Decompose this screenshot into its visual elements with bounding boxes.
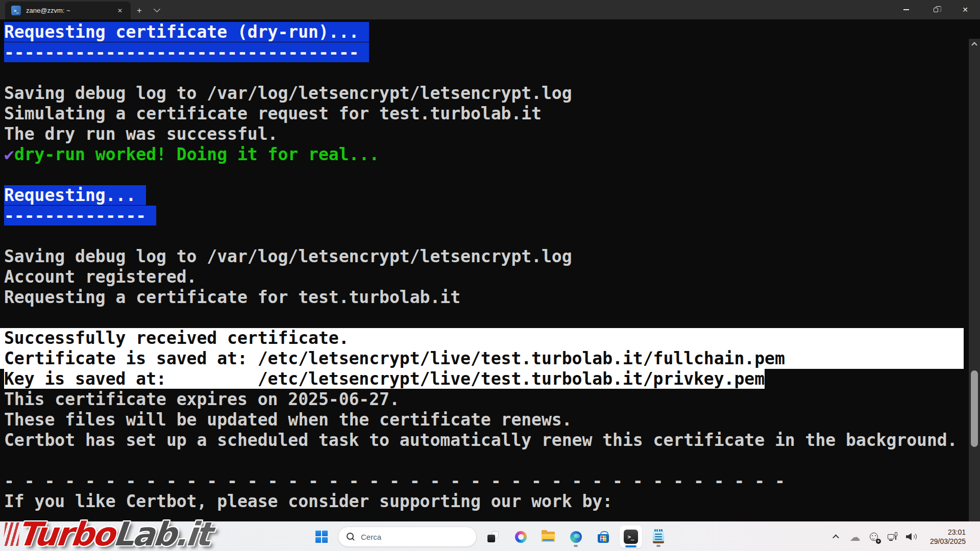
search-placeholder: Cerca: [361, 533, 381, 541]
scrollbar-thumb[interactable]: [971, 370, 978, 447]
tab-title: zane@zzvm: ~: [26, 7, 109, 14]
terminal-output: Requesting certificate (dry-run)...-----…: [0, 22, 964, 512]
terminal-text-segment: Certificate is saved at: /etc/letsencryp…: [4, 348, 785, 368]
terminal-line: - - - - - - - - - - - - - - - - - - - - …: [0, 471, 964, 491]
emoji-add-button[interactable]: +: [868, 531, 879, 542]
scroll-up-icon[interactable]: [971, 42, 977, 47]
terminal-text-segment: Requesting certificate (dry-run)...: [4, 22, 369, 42]
close-icon: ✕: [962, 6, 968, 13]
terminal-line: Key is saved at: /etc/letsencrypt/live/t…: [0, 369, 964, 389]
store-button[interactable]: [592, 525, 615, 548]
terminal-text-segment: Successfully received certificate.: [4, 328, 349, 348]
maximize-button[interactable]: [921, 0, 950, 19]
task-view-button[interactable]: [482, 525, 504, 548]
terminal-line: -----------------------------------: [0, 42, 964, 63]
terminal-line: Saving debug log to /var/log/letsencrypt…: [0, 246, 964, 267]
minimize-button[interactable]: [891, 0, 921, 19]
terminal-line: This certificate expires on 2025-06-27.: [0, 389, 964, 410]
volume-button[interactable]: [906, 531, 917, 542]
terminal-line: Successfully received certificate.: [0, 328, 964, 348]
terminal-line: Saving debug log to /var/log/letsencrypt…: [0, 83, 964, 104]
clock-date: 29/03/2025: [930, 537, 966, 546]
clock-time: 23:01: [930, 528, 966, 537]
terminal-tab[interactable]: >_ zane@zzvm: ~ ✕: [5, 2, 131, 19]
minimize-icon: [903, 9, 909, 10]
terminal-text-segment: Saving debug log to /var/log/letsencrypt…: [4, 83, 572, 103]
desktop-screen: >_ zane@zzvm: ~ ✕ + ✕ Requesting certifi…: [0, 0, 980, 551]
terminal-line: The dry run was successful.: [0, 124, 964, 144]
speaker-icon: [906, 532, 917, 541]
terminal-line: Requesting a certificate for test.turbol…: [0, 287, 964, 308]
terminal-line: --------------: [0, 206, 964, 226]
terminal-scrollbar[interactable]: [969, 39, 980, 541]
terminal-text-segment: dry-run worked! Doing it for real...: [14, 144, 379, 164]
store-icon: [598, 534, 609, 543]
terminal-text-segment: Key is saved at: /etc/letsencrypt/live/t…: [4, 369, 765, 389]
watermark-it: .it: [173, 515, 212, 551]
tab-dropdown-button[interactable]: [148, 2, 165, 19]
terminal-line: Requesting...: [0, 185, 964, 206]
terminal-line: [0, 165, 964, 185]
tab-close-icon[interactable]: ✕: [114, 5, 126, 16]
terminal-text-segment: - - - - - - - - - - - - - - - - - - - - …: [4, 471, 785, 491]
terminal-line: These files will be updated when the cer…: [0, 410, 964, 430]
notepad-button[interactable]: [647, 525, 670, 548]
notepad-icon: [653, 530, 664, 543]
terminal-line: If you like Certbot, please consider sup…: [0, 491, 964, 512]
speed-lines-icon: [3, 522, 21, 546]
terminal-text-segment: If you like Certbot, please consider sup…: [4, 491, 612, 511]
close-button[interactable]: ✕: [950, 0, 980, 19]
hidden-icons-button[interactable]: [830, 531, 842, 542]
terminal-text-segment: ✔: [4, 144, 14, 164]
terminal-icon: >_: [624, 530, 638, 544]
copilot-icon: [515, 531, 527, 543]
terminal-text-segment: Requesting...: [4, 185, 146, 205]
terminal-text-segment: This certificate expires on 2025-06-27.: [4, 389, 400, 409]
terminal-app-button[interactable]: >_: [620, 525, 642, 548]
terminal-text-segment: Certbot has set up a scheduled task to a…: [4, 430, 958, 450]
terminal-line: [0, 226, 964, 246]
chevron-down-icon: [154, 6, 160, 12]
plus-badge-icon: +: [876, 539, 881, 544]
clock[interactable]: 23:01 29/03/2025: [930, 528, 966, 546]
terminal-line: ✔dry-run worked! Doing it for real...: [0, 144, 964, 165]
terminal-text-segment: Saving debug log to /var/log/letsencrypt…: [4, 246, 572, 266]
copilot-button[interactable]: [509, 525, 532, 548]
terminal-text-segment: -----------------------------------: [4, 42, 369, 62]
terminal-text-segment: Account registered.: [4, 267, 197, 287]
windows-logo-icon: [315, 531, 328, 543]
watermark-lab: Lab: [112, 515, 178, 551]
chevron-up-icon: [833, 534, 840, 541]
terminal-line: Requesting certificate (dry-run)...: [0, 22, 964, 42]
window-controls: ✕: [891, 0, 980, 19]
active-app-indicator: [625, 545, 636, 547]
watermark-turbo: Turbo: [15, 515, 115, 551]
start-button[interactable]: [310, 525, 333, 548]
terminal-text-segment: Simulating a certificate request for tes…: [4, 104, 542, 123]
onedrive-button[interactable]: ☁: [849, 531, 861, 542]
terminal-line: [0, 308, 964, 328]
search-icon: [347, 533, 355, 541]
system-tray: ☁ + 23:01 29/03/2025: [830, 522, 980, 551]
edge-icon: [570, 531, 582, 543]
turbolab-watermark: TurboLab.it: [2, 515, 212, 551]
search-input[interactable]: Cerca: [338, 527, 477, 547]
file-explorer-button[interactable]: [537, 525, 559, 548]
terminal-line: Account registered.: [0, 267, 964, 287]
terminal-line: Certbot has set up a scheduled task to a…: [0, 430, 964, 450]
terminal-titlebar: >_ zane@zzvm: ~ ✕ + ✕: [0, 0, 980, 19]
terminal-text-segment: The dry run was successful.: [4, 124, 278, 144]
cloud-icon: ☁: [849, 532, 860, 542]
terminal-line: [0, 450, 964, 471]
powershell-icon: >_: [11, 6, 21, 15]
restore-icon: [934, 8, 938, 12]
edge-button[interactable]: [565, 525, 587, 548]
terminal-line: [0, 63, 964, 83]
folder-icon: [542, 532, 555, 542]
terminal-text-segment: These files will be updated when the cer…: [4, 410, 572, 430]
new-tab-button[interactable]: +: [131, 2, 148, 19]
network-button[interactable]: [887, 531, 898, 542]
terminal-text-segment: Requesting a certificate for test.turbol…: [4, 287, 460, 307]
running-indicator: [656, 545, 660, 547]
terminal-body[interactable]: Requesting certificate (dry-run)...-----…: [0, 19, 980, 521]
